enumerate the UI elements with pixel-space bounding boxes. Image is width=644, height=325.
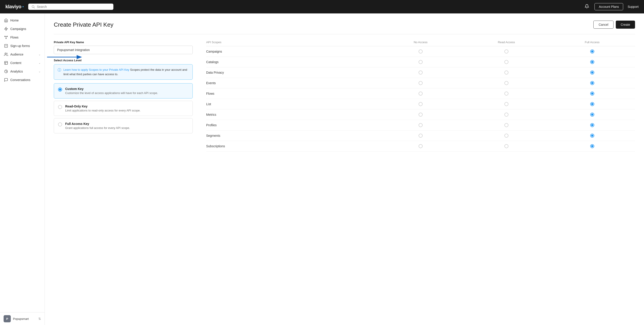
sidebar-item-analytics[interactable]: Analytics ⌄ <box>0 67 44 76</box>
radio-fullaccess[interactable] <box>58 122 62 126</box>
logo[interactable]: klaviyo· <box>6 3 24 10</box>
scope-full-access-cell[interactable] <box>549 91 635 96</box>
radio-no-access[interactable] <box>418 123 422 127</box>
scope-read-access-cell[interactable] <box>464 81 549 85</box>
scope-read-access-cell[interactable] <box>464 102 549 106</box>
radio-full-access[interactable] <box>590 91 594 96</box>
create-button[interactable]: Create <box>616 20 635 29</box>
scope-read-access-cell[interactable] <box>464 70 549 74</box>
readonly-key-title: Read-Only Key <box>65 104 140 108</box>
sidebar-item-home[interactable]: Home <box>0 16 44 25</box>
radio-no-access[interactable] <box>418 144 422 148</box>
radio-full-access[interactable] <box>590 113 594 117</box>
table-row: Subscriptions <box>206 141 635 152</box>
account-plans-button[interactable]: Account Plans <box>594 3 623 10</box>
scope-no-access-cell[interactable] <box>378 102 464 106</box>
readonly-key-desc: Limit applications to read-only access f… <box>65 109 140 112</box>
radio-no-access[interactable] <box>418 134 422 138</box>
flows-icon <box>4 35 8 39</box>
sidebar-item-audience[interactable]: Audience ⌄ <box>0 50 44 59</box>
scope-full-access-cell[interactable] <box>549 81 635 85</box>
scope-no-access-cell[interactable] <box>378 134 464 138</box>
radio-no-access[interactable] <box>418 49 422 53</box>
scope-no-access-cell[interactable] <box>378 70 464 74</box>
radio-read-access[interactable] <box>504 102 508 106</box>
radio-read-access[interactable] <box>504 113 508 117</box>
radio-read-access[interactable] <box>504 123 508 127</box>
radio-no-access[interactable] <box>418 113 422 117</box>
scope-full-access-cell[interactable] <box>549 70 635 74</box>
sidebar-item-conversations[interactable]: Conversations <box>0 76 44 84</box>
radio-read-access[interactable] <box>504 91 508 96</box>
radio-full-access[interactable] <box>590 81 594 85</box>
scope-col-name: API Scopes <box>206 40 378 44</box>
scope-full-access-cell[interactable] <box>549 123 635 127</box>
radio-no-access[interactable] <box>418 91 422 96</box>
access-card-custom[interactable]: Custom Key Customize the level of access… <box>54 83 193 98</box>
scope-no-access-cell[interactable] <box>378 49 464 53</box>
radio-custom[interactable] <box>58 87 62 91</box>
access-card-readonly[interactable]: Read-Only Key Limit applications to read… <box>54 101 193 116</box>
scope-full-access-cell[interactable] <box>549 49 635 53</box>
scope-full-access-cell[interactable] <box>549 144 635 148</box>
footer-username: Popupsmart <box>13 317 29 321</box>
scope-read-access-cell[interactable] <box>464 144 549 148</box>
scope-full-access-cell[interactable] <box>549 134 635 138</box>
scope-col-full-access: Full Access <box>549 40 635 44</box>
search-input[interactable] <box>37 5 110 8</box>
scope-read-access-cell[interactable] <box>464 49 549 53</box>
scope-full-access-cell[interactable] <box>549 60 635 64</box>
radio-full-access[interactable] <box>590 49 594 53</box>
support-button[interactable]: Support <box>628 5 638 8</box>
sidebar-footer[interactable]: P Popupsmart ⇅ <box>0 312 44 325</box>
radio-full-access[interactable] <box>590 123 594 127</box>
radio-read-access[interactable] <box>504 70 508 74</box>
page-divider <box>54 34 635 34</box>
scope-read-access-cell[interactable] <box>464 134 549 138</box>
scope-read-access-cell[interactable] <box>464 91 549 96</box>
scope-no-access-cell[interactable] <box>378 81 464 85</box>
radio-no-access[interactable] <box>418 102 422 106</box>
cancel-button[interactable]: Cancel <box>593 20 614 29</box>
info-text: Learn how to apply Scopes to your Privat… <box>64 68 189 76</box>
scope-no-access-cell[interactable] <box>378 91 464 96</box>
scope-name: List <box>206 102 378 106</box>
sidebar-item-signup-forms[interactable]: Sign-up forms <box>0 42 44 50</box>
scope-read-access-cell[interactable] <box>464 123 549 127</box>
sidebar-item-content[interactable]: Content ⌄ <box>0 59 44 67</box>
scope-no-access-cell[interactable] <box>378 123 464 127</box>
radio-full-access[interactable] <box>590 134 594 138</box>
radio-read-access[interactable] <box>504 81 508 85</box>
access-card-fullaccess[interactable]: Full Access Key Grant applications full … <box>54 118 193 133</box>
radio-full-access[interactable] <box>590 144 594 148</box>
scope-read-access-cell[interactable] <box>464 60 549 64</box>
scope-full-access-cell[interactable] <box>549 102 635 106</box>
radio-read-access[interactable] <box>504 49 508 53</box>
sidebar-item-home-label: Home <box>10 18 18 22</box>
right-column: API Scopes No Access Read Access Full Ac… <box>206 40 635 152</box>
radio-read-access[interactable] <box>504 144 508 148</box>
radio-no-access[interactable] <box>418 60 422 64</box>
sidebar-item-flows[interactable]: Flows <box>0 33 44 42</box>
analytics-icon <box>4 69 8 73</box>
radio-no-access[interactable] <box>418 81 422 85</box>
sidebar-item-campaigns[interactable]: Campaigns <box>0 25 44 33</box>
radio-readonly[interactable] <box>58 105 62 109</box>
scope-full-access-cell[interactable] <box>549 113 635 117</box>
radio-no-access[interactable] <box>418 70 422 74</box>
scope-read-access-cell[interactable] <box>464 113 549 117</box>
info-link[interactable]: Learn how to apply Scopes to your Privat… <box>64 68 129 71</box>
notification-bell[interactable] <box>584 3 590 10</box>
scope-no-access-cell[interactable] <box>378 144 464 148</box>
scope-no-access-cell[interactable] <box>378 60 464 64</box>
api-key-name-input[interactable] <box>54 46 193 54</box>
radio-full-access[interactable] <box>590 60 594 64</box>
header-actions: Cancel Create <box>593 20 635 29</box>
scope-name: Profiles <box>206 123 378 127</box>
scope-no-access-cell[interactable] <box>378 113 464 117</box>
radio-read-access[interactable] <box>504 60 508 64</box>
radio-read-access[interactable] <box>504 134 508 138</box>
table-row: Flows <box>206 88 635 99</box>
radio-full-access[interactable] <box>590 102 594 106</box>
radio-full-access[interactable] <box>590 70 594 74</box>
